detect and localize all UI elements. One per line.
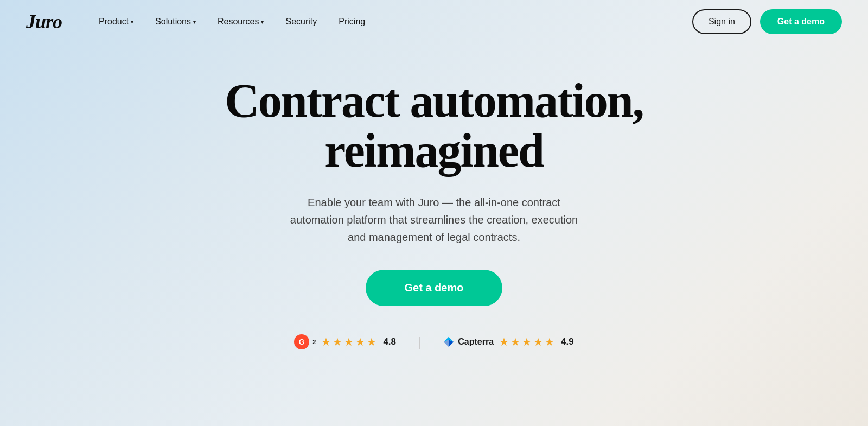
star-icon: ★ — [510, 335, 520, 348]
capterra-score: 4.9 — [561, 336, 574, 347]
nav-links: Product ▾ Solutions ▾ Resources ▾ Securi… — [88, 12, 692, 31]
nav-label-security: Security — [285, 17, 317, 27]
capterra-label: Capterra — [458, 337, 494, 347]
nav-label-resources: Resources — [218, 17, 259, 27]
star-icon: ★ — [355, 335, 365, 348]
star-icon: ★ — [344, 335, 354, 348]
chevron-down-icon: ▾ — [131, 19, 133, 25]
star-icon: ★ — [499, 335, 509, 348]
nav-item-product[interactable]: Product ▾ — [88, 12, 144, 31]
g2-icon: G — [294, 334, 309, 349]
star-icon: ★ — [333, 335, 342, 348]
hero-section: Contract automation, reimagined Enable y… — [0, 43, 868, 371]
capterra-rating: Capterra ★ ★ ★ ★ ★ 4.9 — [443, 335, 573, 348]
brand-logo[interactable]: Juro — [26, 10, 62, 33]
g2-score: 4.8 — [383, 336, 396, 347]
navbar: Juro Product ▾ Solutions ▾ Resources ▾ S… — [0, 0, 868, 43]
capterra-logo: Capterra — [443, 336, 494, 348]
ratings-divider: | — [418, 334, 421, 349]
g2-stars: ★ ★ ★ ★ ★ — [321, 335, 376, 348]
hero-demo-button[interactable]: Get a demo — [366, 270, 503, 306]
nav-item-pricing[interactable]: Pricing — [328, 12, 376, 31]
g2-rating: G 2 ★ ★ ★ ★ ★ 4.8 — [294, 334, 396, 349]
g2-logo: G 2 — [294, 334, 316, 349]
svg-marker-1 — [449, 340, 454, 347]
nav-label-product: Product — [99, 17, 129, 27]
chevron-down-icon: ▾ — [193, 19, 196, 25]
nav-demo-button[interactable]: Get a demo — [760, 9, 842, 34]
nav-item-security[interactable]: Security — [275, 12, 328, 31]
star-half-icon: ★ — [367, 335, 376, 348]
ratings-row: G 2 ★ ★ ★ ★ ★ 4.8 | — [294, 334, 573, 349]
star-icon: ★ — [321, 335, 331, 348]
capterra-stars: ★ ★ ★ ★ ★ — [499, 335, 554, 348]
nav-label-pricing: Pricing — [339, 17, 365, 27]
hero-title: Contract automation, reimagined — [225, 76, 643, 176]
nav-item-solutions[interactable]: Solutions ▾ — [144, 12, 207, 31]
capterra-icon — [443, 336, 455, 348]
nav-actions: Sign in Get a demo — [692, 9, 842, 34]
chevron-down-icon: ▾ — [261, 19, 264, 25]
star-half-icon: ★ — [545, 335, 554, 348]
signin-button[interactable]: Sign in — [692, 9, 751, 34]
star-icon: ★ — [522, 335, 532, 348]
svg-marker-2 — [444, 340, 449, 347]
hero-subtitle: Enable your team with Juro — the all-in-… — [282, 194, 586, 246]
g2-superscript: 2 — [312, 339, 316, 345]
nav-item-resources[interactable]: Resources ▾ — [207, 12, 275, 31]
star-icon: ★ — [533, 335, 543, 348]
nav-label-solutions: Solutions — [155, 17, 191, 27]
